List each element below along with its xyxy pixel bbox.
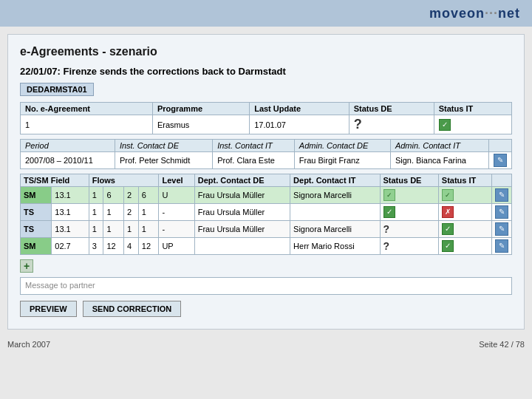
level-2: -: [159, 204, 194, 221]
status-it-3: ✓: [438, 221, 491, 238]
f1-1: 1: [89, 187, 103, 204]
th-dept-it: Dept. Contact IT: [290, 174, 380, 187]
logo-dots: ···: [485, 6, 498, 21]
row3-edit-icon[interactable]: ✎: [495, 222, 508, 236]
f4-3: 1: [138, 221, 159, 238]
message-placeholder-text: Message to partner: [25, 281, 95, 290]
f4-4: 12: [138, 238, 159, 255]
f3-2: 2: [124, 204, 139, 221]
edit-btn-2[interactable]: ✎: [492, 204, 512, 221]
status-it-4: ✓: [438, 238, 491, 255]
f1-2: 1: [89, 204, 103, 221]
status-de-1: ✓: [380, 187, 438, 204]
col-no-agreement: No. e-Agreement: [21, 103, 153, 115]
agreement-status-it: ✓: [434, 115, 511, 134]
message-to-partner-input[interactable]: Message to partner: [20, 277, 512, 295]
level-4: UP: [159, 238, 194, 255]
f2-4: 12: [103, 238, 124, 255]
main-content: e-Agreements - szenario 22/01/07: Firenz…: [7, 34, 525, 330]
col-programme: Programme: [152, 103, 249, 115]
tsm-2: TS: [21, 204, 52, 221]
scenario-heading: 22/01/07: Firenze sends the corrections …: [20, 66, 512, 77]
row2-edit-icon[interactable]: ✎: [495, 205, 508, 219]
field-1: 13.1: [52, 187, 89, 204]
row1-edit-icon[interactable]: ✎: [495, 188, 508, 202]
f3-4: 4: [124, 238, 139, 255]
status-de-2: ✓: [380, 204, 438, 221]
admin-contact-de: Frau Birgit Franz: [294, 152, 390, 169]
table-row: SM 13.1 1 6 2 6 U Frau Ursula Müller Sig…: [21, 187, 512, 204]
dept-de-3: Frau Ursula Müller: [194, 221, 290, 238]
dept-de-4: [194, 238, 290, 255]
period-edit-icon[interactable]: ✎: [494, 154, 507, 167]
agreement-table: No. e-Agreement Programme Last Update St…: [20, 102, 512, 134]
col-inst-de: Inst. Contact DE: [115, 140, 212, 152]
th-flows: Flows: [89, 174, 159, 187]
tsm-1: SM: [21, 187, 52, 204]
f2-3: 1: [103, 221, 124, 238]
col-period: Period: [21, 140, 115, 152]
page-title: e-Agreements - szenario: [20, 45, 512, 58]
status-de-3: ?: [380, 221, 438, 238]
send-correction-button[interactable]: SEND CORRECTION: [83, 301, 182, 317]
agreement-status-de: ?: [349, 115, 434, 134]
inst-contact-it: Prof. Clara Este: [213, 152, 295, 169]
col-status-it: Status IT: [434, 103, 511, 115]
preview-button[interactable]: PREVIEW: [20, 301, 77, 317]
th-level: Level: [159, 174, 194, 187]
period-value: 2007/08 – 2010/11: [21, 152, 115, 169]
field-3: 13.1: [52, 221, 89, 238]
inst-contact-de: Prof. Peter Schmidt: [115, 152, 212, 169]
status-it-1: ✓: [438, 187, 491, 204]
action-buttons: PREVIEW SEND CORRECTION: [20, 301, 512, 317]
logo: moveon···net: [429, 6, 520, 21]
f3-3: 1: [124, 221, 139, 238]
f1-3: 1: [89, 221, 103, 238]
institution-badge: DEDARMSTA01: [20, 83, 94, 96]
level-1: U: [159, 187, 194, 204]
tsm-3: TS: [21, 221, 52, 238]
f2-1: 6: [103, 187, 124, 204]
th-dept-de: Dept. Contact DE: [194, 174, 290, 187]
agreement-last-update: 17.01.07: [250, 115, 349, 134]
period-edit-btn[interactable]: ✎: [489, 152, 512, 169]
agreement-programme: Erasmus: [152, 115, 249, 134]
th-status-de: Status DE: [380, 174, 438, 187]
footer-page-info: Seite 42 / 78: [479, 340, 525, 349]
footer: March 2007 Seite 42 / 78: [0, 337, 532, 349]
th-status-it: Status IT: [438, 174, 491, 187]
period-table: Period Inst. Contact DE Inst. Contact IT…: [20, 139, 512, 169]
status-de-4: ?: [380, 238, 438, 255]
f3-1: 2: [124, 187, 139, 204]
tsm-4: SM: [21, 238, 52, 255]
dept-it-1: Signora Marcelli: [290, 187, 380, 204]
col-admin-it: Admin. Contact IT: [390, 140, 488, 152]
col-admin-de: Admin. Contact DE: [294, 140, 390, 152]
admin-contact-it: Sign. Bianca Farina: [390, 152, 488, 169]
dept-de-1: Frau Ursula Müller: [194, 187, 290, 204]
f4-2: 1: [138, 204, 159, 221]
f1-4: 3: [89, 238, 103, 255]
add-row-button[interactable]: +: [20, 259, 33, 273]
dept-it-4: Herr Mario Rossi: [290, 238, 380, 255]
level-3: -: [159, 221, 194, 238]
field-2: 13.1: [52, 204, 89, 221]
row4-edit-icon[interactable]: ✎: [495, 239, 508, 253]
dept-it-3: Signora Marcelli: [290, 221, 380, 238]
col-status-de: Status DE: [349, 103, 434, 115]
footer-date: March 2007: [7, 340, 50, 349]
data-table: TS/SM Field Flows Level Dept. Contact DE…: [20, 174, 512, 255]
dept-it-2: [290, 204, 380, 221]
col-inst-it: Inst. Contact IT: [213, 140, 295, 152]
col-edit-period: [489, 140, 512, 152]
th-tsm-field: TS/SM Field: [21, 174, 89, 187]
field-4: 02.7: [52, 238, 89, 255]
edit-btn-4[interactable]: ✎: [492, 238, 512, 255]
edit-btn-3[interactable]: ✎: [492, 221, 512, 238]
f4-1: 6: [138, 187, 159, 204]
col-last-update: Last Update: [250, 103, 349, 115]
status-it-2: ✗: [438, 204, 491, 221]
table-row: TS 13.1 1 1 2 1 - Frau Ursula Müller ✓ ✗…: [21, 204, 512, 221]
header-bar: moveon···net: [0, 0, 532, 27]
edit-btn-1[interactable]: ✎: [492, 187, 512, 204]
